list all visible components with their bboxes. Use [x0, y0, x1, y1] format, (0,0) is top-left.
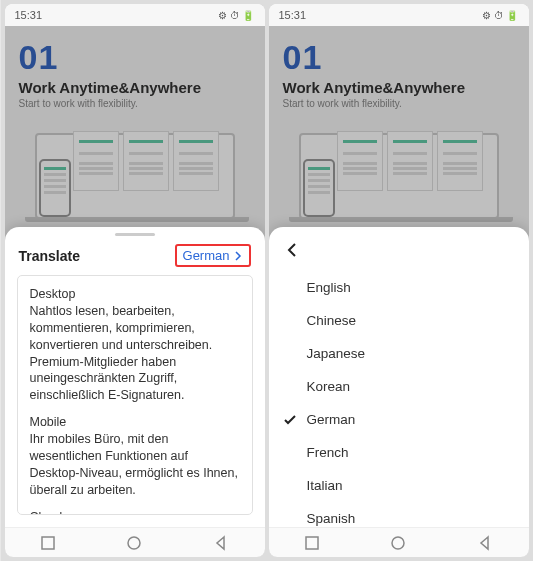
- status-icons: ⚙ ⏱ 🔋: [482, 10, 519, 21]
- status-time: 15:31: [15, 9, 43, 21]
- nav-bar: [5, 527, 265, 557]
- language-option-label: English: [307, 280, 351, 295]
- page-title: Work Anytime&Anywhere: [19, 79, 251, 96]
- translation-paragraph: Desktop Nahtlos lesen, bearbeiten, komme…: [30, 286, 240, 404]
- page-title: Work Anytime&Anywhere: [283, 79, 515, 96]
- language-selector-button[interactable]: German: [175, 244, 251, 267]
- language-option[interactable]: Japanese: [269, 337, 529, 370]
- svg-point-3: [392, 537, 404, 549]
- language-option-label: Chinese: [307, 313, 357, 328]
- nav-back-icon[interactable]: [477, 535, 493, 551]
- svg-rect-2: [306, 537, 318, 549]
- page-number: 01: [19, 38, 251, 77]
- nav-home-icon[interactable]: [126, 535, 142, 551]
- language-option[interactable]: Korean: [269, 370, 529, 403]
- translation-paragraph: Cloud Mühelos Dateien und E-Unterschrift…: [30, 509, 240, 515]
- language-option-label: French: [307, 445, 349, 460]
- nav-back-icon[interactable]: [213, 535, 229, 551]
- nav-recent-icon[interactable]: [40, 535, 56, 551]
- translation-text-box[interactable]: Desktop Nahtlos lesen, bearbeiten, komme…: [17, 275, 253, 515]
- language-option[interactable]: Chinese: [269, 304, 529, 337]
- status-bar: 15:31 ⚙ ⏱ 🔋: [269, 4, 529, 26]
- page-subtitle: Start to work with flexibility.: [283, 98, 515, 109]
- nav-bar: [269, 527, 529, 557]
- status-time: 15:31: [279, 9, 307, 21]
- language-option[interactable]: English: [269, 271, 529, 304]
- svg-point-1: [128, 537, 140, 549]
- check-icon: [283, 413, 297, 427]
- nav-home-icon[interactable]: [390, 535, 406, 551]
- status-icons: ⚙ ⏱ 🔋: [218, 10, 255, 21]
- language-option-label: Spanish: [307, 511, 356, 526]
- language-option-label: Korean: [307, 379, 351, 394]
- translate-sheet: Translate German Desktop Nahtlos lesen, …: [5, 227, 265, 527]
- nav-recent-icon[interactable]: [304, 535, 320, 551]
- translation-paragraph: Mobile Ihr mobiles Büro, mit den wesentl…: [30, 414, 240, 498]
- language-option[interactable]: French: [269, 436, 529, 469]
- status-bar: 15:31 ⚙ ⏱ 🔋: [5, 4, 265, 26]
- language-option[interactable]: Italian: [269, 469, 529, 502]
- chevron-left-icon: [283, 241, 301, 259]
- svg-rect-0: [42, 537, 54, 549]
- language-list: EnglishChineseJapaneseKoreanGermanFrench…: [269, 267, 529, 543]
- page-subtitle: Start to work with flexibility.: [19, 98, 251, 109]
- illustration: [299, 123, 499, 219]
- back-button[interactable]: [269, 235, 529, 267]
- illustration: [35, 123, 235, 219]
- page-number: 01: [283, 38, 515, 77]
- language-label: German: [183, 248, 230, 263]
- language-list-sheet: EnglishChineseJapaneseKoreanGermanFrench…: [269, 227, 529, 527]
- language-option-label: Italian: [307, 478, 343, 493]
- language-option-label: German: [307, 412, 356, 427]
- sheet-grabber[interactable]: [115, 233, 155, 236]
- language-option[interactable]: German: [269, 403, 529, 436]
- language-option-label: Japanese: [307, 346, 366, 361]
- chevron-right-icon: [233, 251, 243, 261]
- sheet-title: Translate: [19, 248, 80, 264]
